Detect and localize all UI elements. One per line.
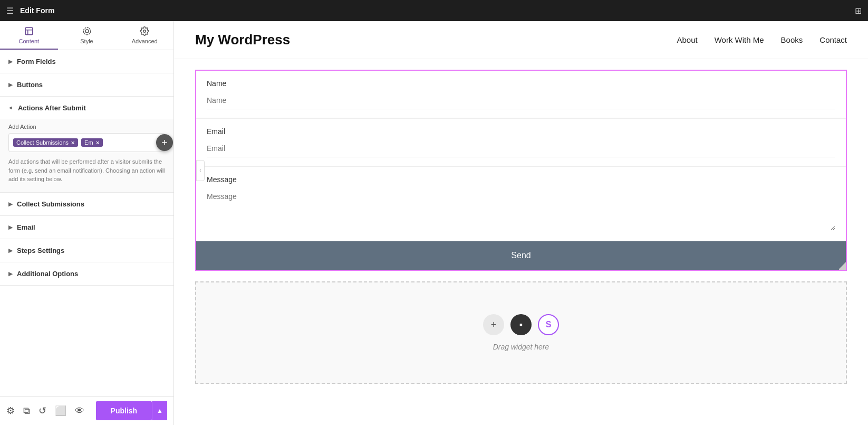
form-name-field: Name [196, 71, 846, 118]
preview-content: Name Email Message [174, 70, 868, 405]
actions-label: Actions After Submit [18, 104, 86, 112]
chevron-email: ▶ [8, 224, 13, 230]
main-layout: Content Style Advanced [0, 21, 868, 425]
bottom-bar-icons: ⚙ ⧉ ↺ ⬜ 👁 [6, 405, 84, 417]
accordion-buttons: ▶ Buttons [0, 73, 173, 97]
accordion-header-buttons[interactable]: ▶ Buttons [0, 73, 173, 96]
accordion-steps: ▶ Steps Settings [0, 239, 173, 262]
form-name-label: Name [207, 79, 835, 88]
tab-content-label: Content [19, 38, 40, 44]
folder-icon[interactable]: ▪ [510, 314, 532, 335]
form-widget: Name Email Message [195, 70, 847, 271]
tab-advanced[interactable]: Advanced [115, 21, 173, 50]
collapse-handle[interactable]: ‹ [196, 160, 205, 181]
preview-icon[interactable]: 👁 [75, 405, 84, 417]
bottom-bar: ⚙ ⧉ ↺ ⬜ 👁 Publish ▲ [0, 396, 173, 425]
sidebar-tabs: Content Style Advanced [0, 21, 173, 50]
form-name-section: Name [196, 71, 846, 119]
publish-area: Publish ▲ [96, 401, 167, 420]
tag-collect-label: Collect Submissions [16, 139, 69, 146]
add-action-button[interactable]: + [156, 134, 173, 151]
sidebar-content: ▶ Form Fields ▶ Buttons ▼ Actions After … [0, 50, 173, 396]
form-email-input[interactable] [207, 140, 835, 157]
tab-content[interactable]: Content [0, 21, 58, 50]
form-message-section: Message [196, 167, 846, 241]
tag-collect-remove[interactable]: ✕ [71, 140, 75, 146]
form-fields-label: Form Fields [17, 58, 56, 65]
svg-point-3 [85, 30, 89, 33]
s-widget-icon[interactable]: S [538, 314, 559, 335]
accordion-header-collect[interactable]: ▶ Collect Submissions [0, 193, 173, 215]
form-message-label: Message [207, 175, 835, 184]
form-email-field: Email [196, 119, 846, 166]
accordion-header-email[interactable]: ▶ Email [0, 216, 173, 239]
tab-style-label: Style [80, 38, 93, 44]
form-email-section: Email [196, 119, 846, 167]
top-bar-title: Edit Form [20, 6, 54, 15]
additional-label: Additional Options [17, 270, 78, 278]
nav-about[interactable]: About [677, 35, 697, 44]
responsive-icon[interactable]: ⬜ [55, 405, 66, 417]
history-icon[interactable]: ↺ [38, 405, 46, 417]
tag-email-remove[interactable]: ✕ [95, 140, 100, 146]
tab-advanced-label: Advanced [132, 38, 158, 44]
accordion-form-fields: ▶ Form Fields [0, 50, 173, 73]
buttons-label: Buttons [17, 81, 43, 89]
tag-collect-submissions[interactable]: Collect Submissions ✕ [13, 138, 78, 147]
layers-icon[interactable]: ⧉ [23, 405, 30, 417]
tag-email[interactable]: Em ✕ [81, 138, 103, 147]
nav-work-with-me[interactable]: Work With Me [715, 35, 764, 44]
actions-body: Add Action Collect Submissions ✕ Em ✕ [0, 119, 173, 192]
action-hint: Add actions that will be performed after… [8, 157, 165, 184]
accordion-actions: ▼ Actions After Submit Add Action Collec… [0, 97, 173, 193]
svg-point-4 [83, 27, 91, 35]
chevron-additional: ▶ [8, 271, 13, 277]
drop-zone-icons: + ▪ S [483, 314, 559, 335]
add-widget-icon[interactable]: + [483, 314, 504, 335]
collect-label: Collect Submissions [17, 200, 84, 208]
steps-label: Steps Settings [17, 247, 64, 254]
accordion-additional: ▶ Additional Options [0, 262, 173, 286]
chevron-buttons: ▶ [8, 82, 13, 88]
email-label: Email [17, 223, 35, 231]
tag-email-label: Em [84, 139, 93, 146]
sidebar: Content Style Advanced [0, 21, 174, 425]
svg-rect-0 [25, 27, 33, 35]
chevron-actions: ▼ [8, 106, 14, 111]
form-send-button[interactable]: Send [196, 241, 846, 270]
chevron-steps: ▶ [8, 248, 13, 253]
top-bar: ☰ Edit Form ⊞ [0, 0, 868, 21]
accordion-header-additional[interactable]: ▶ Additional Options [0, 262, 173, 285]
accordion-header-steps[interactable]: ▶ Steps Settings [0, 239, 173, 262]
add-action-label: Add Action [8, 124, 165, 130]
publish-chevron-button[interactable]: ▲ [152, 401, 167, 420]
accordion-header-actions[interactable]: ▼ Actions After Submit [0, 97, 173, 119]
svg-point-5 [143, 30, 146, 33]
form-email-label: Email [207, 127, 835, 136]
drop-label: Drag widget here [493, 343, 549, 351]
drop-zone[interactable]: + ▪ S Drag widget here [195, 281, 847, 384]
nav-contact[interactable]: Contact [819, 35, 847, 44]
accordion-collect: ▶ Collect Submissions [0, 193, 173, 216]
form-message-field: Message [196, 167, 846, 241]
publish-button[interactable]: Publish [96, 401, 152, 420]
preview-header: My WordPress About Work With Me Books Co… [174, 21, 868, 59]
accordion-email: ▶ Email [0, 216, 173, 239]
chevron-form-fields: ▶ [8, 59, 13, 64]
form-name-input[interactable] [207, 92, 835, 109]
grid-icon[interactable]: ⊞ [855, 6, 862, 16]
form-message-textarea[interactable] [207, 188, 835, 230]
preview: My WordPress About Work With Me Books Co… [174, 21, 868, 425]
accordion-header-form-fields[interactable]: ▶ Form Fields [0, 50, 173, 73]
nav-links: About Work With Me Books Contact [677, 35, 847, 44]
chevron-collect: ▶ [8, 201, 13, 207]
tag-row: Collect Submissions ✕ Em ✕ + [8, 133, 165, 152]
site-title: My WordPress [195, 32, 290, 48]
nav-books[interactable]: Books [781, 35, 803, 44]
resize-handle[interactable] [838, 262, 846, 270]
tab-style[interactable]: Style [58, 21, 116, 50]
settings-icon[interactable]: ⚙ [6, 405, 15, 417]
hamburger-icon[interactable]: ☰ [6, 6, 14, 16]
